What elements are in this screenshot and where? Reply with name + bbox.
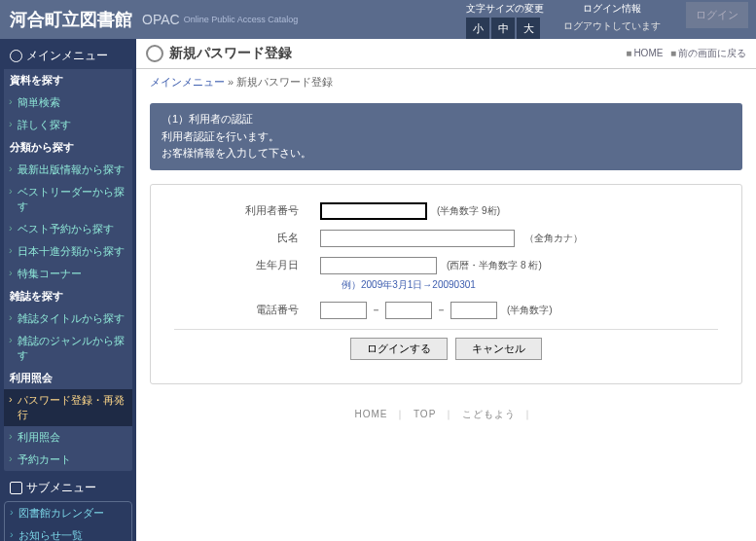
footer-sep: ｜ — [522, 409, 533, 419]
info-box: （1）利用者の認証 利用者認証を行います。 お客様情報を入力して下さい。 — [150, 103, 742, 170]
opac-label: OPAC — [142, 12, 180, 27]
sidebar-item-calendar[interactable]: 図書館カレンダー — [5, 502, 131, 524]
menu-group-header: 資料を探す — [4, 69, 132, 91]
tel-input-3[interactable] — [450, 302, 497, 319]
breadcrumb: メインメニュー » 新規パスワード登録 — [136, 69, 756, 95]
home-link[interactable]: HOME — [633, 48, 663, 58]
info-line2: 利用者認証を行います。 — [162, 128, 731, 146]
login-button[interactable]: ログイン — [686, 2, 748, 28]
name-label: 氏名 — [174, 231, 320, 245]
tel-input-2[interactable] — [385, 302, 432, 319]
main-area: 新規パスワード登録 ■HOME ■前の画面に戻る メインメニュー » 新規パスワ… — [136, 39, 756, 541]
footer-home[interactable]: HOME — [355, 409, 388, 419]
footer-links: HOME ｜ TOP ｜ こどもよう ｜ — [150, 408, 742, 421]
info-line3: お客様情報を入力して下さい。 — [162, 145, 731, 162]
sidebar-item-feature[interactable]: 特集コーナー — [4, 263, 132, 285]
menu-group-header: 雑誌を探す — [4, 285, 132, 307]
footer-top[interactable]: TOP — [414, 409, 436, 419]
sidebar-item-magtitle[interactable]: 雑誌タイトルから探す — [4, 307, 132, 330]
sidebar: メインメニュー 資料を探す 簡単検索 詳しく探す 分類から探す 最新出版情報から… — [0, 39, 136, 541]
birth-input[interactable] — [320, 257, 437, 274]
tel-label: 電話番号 — [174, 303, 320, 317]
sidebar-item-news[interactable]: お知らせ一覧 — [5, 524, 131, 541]
tel-sep: － — [371, 303, 381, 317]
main-menu-title: メインメニュー — [4, 43, 132, 69]
page-title: 新規パスワード登録 — [169, 45, 292, 62]
footer-sep: ｜ — [444, 409, 454, 419]
sidebar-item-bestreserve[interactable]: ベスト予約から探す — [4, 218, 132, 240]
login-status: ログアウトしています — [563, 19, 661, 33]
user-no-input[interactable] — [320, 202, 427, 220]
sidebar-item-password[interactable]: パスワード登録・再発行 — [4, 389, 132, 426]
sidebar-item-simple-search[interactable]: 簡単検索 — [4, 91, 132, 114]
sidebar-item-newpub[interactable]: 最新出版情報から探す — [4, 159, 132, 181]
user-no-label: 利用者番号 — [174, 203, 320, 218]
info-line1: （1）利用者の認証 — [162, 111, 731, 128]
font-mid-button[interactable]: 中 — [491, 18, 515, 39]
head-links: ■HOME ■前の画面に戻る — [624, 47, 746, 60]
tel-sep: － — [436, 303, 447, 317]
sidebar-item-ndc[interactable]: 日本十進分類から探す — [4, 240, 132, 263]
login-info-box: ログイン情報 ログアウトしています — [563, 2, 661, 33]
font-large-button[interactable]: 大 — [517, 18, 540, 39]
opac-subtitle: Online Public Access Catalog — [184, 15, 299, 24]
breadcrumb-current: 新規パスワード登録 — [236, 76, 333, 88]
user-no-hint: (半角数字 9桁) — [437, 204, 500, 218]
sidebar-item-cart[interactable]: 予約カート — [4, 449, 132, 471]
tel-hint: (半角数字) — [507, 304, 553, 317]
menu-group-header: 利用照会 — [4, 367, 132, 389]
name-hint: （全角カナ） — [524, 232, 583, 245]
global-header: 河合町立図書館 OPAC Online Public Access Catalo… — [0, 0, 756, 39]
breadcrumb-sep: » — [228, 76, 234, 88]
site-title: 河合町立図書館 — [10, 8, 132, 31]
menu-group-header: 分類から探す — [4, 136, 132, 159]
submit-button[interactable]: ログインする — [350, 338, 448, 360]
font-size-box: 文字サイズの変更 小 中 大 — [466, 2, 544, 39]
sidebar-item-adv-search[interactable]: 詳しく探す — [4, 114, 132, 136]
back-link[interactable]: 前の画面に戻る — [678, 48, 746, 58]
breadcrumb-root[interactable]: メインメニュー — [150, 76, 225, 88]
tel-input-1[interactable] — [320, 302, 367, 319]
footer-sep: ｜ — [395, 409, 406, 419]
birth-label: 生年月日 — [174, 258, 320, 272]
login-form: 利用者番号 (半角数字 9桁) 氏名 （全角カナ） 生年月日 — [150, 184, 742, 384]
footer-kids[interactable]: こどもよう — [462, 409, 516, 419]
birth-example: 例）2009年3月1日→20090301 — [342, 278, 718, 292]
name-input[interactable] — [320, 230, 515, 247]
sidebar-item-maggenre[interactable]: 雑誌のジャンルから探す — [4, 330, 132, 367]
birth-hint: (西暦・半角数字 8 桁) — [447, 259, 542, 272]
sidebar-item-usage[interactable]: 利用照会 — [4, 426, 132, 449]
font-small-button[interactable]: 小 — [466, 18, 489, 39]
sidebar-item-bestreader[interactable]: ベストリーダーから探す — [4, 181, 132, 218]
sub-menu-title: サブメニュー — [4, 475, 132, 501]
cancel-button[interactable]: キャンセル — [455, 338, 542, 360]
font-size-label: 文字サイズの変更 — [466, 2, 544, 16]
login-info-label: ログイン情報 — [563, 2, 661, 16]
